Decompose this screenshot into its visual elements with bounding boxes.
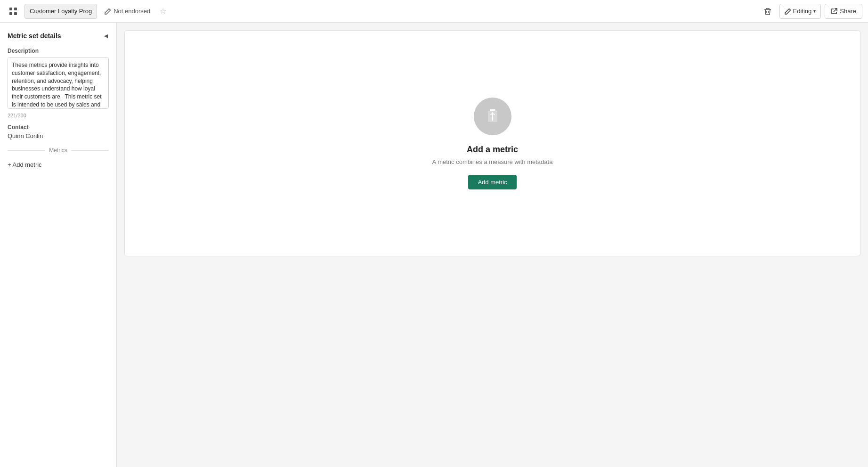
metrics-section-label: Metrics — [45, 147, 71, 154]
metrics-divider: Metrics — [8, 147, 109, 154]
svg-rect-2 — [9, 12, 12, 15]
breadcrumb-label: Customer Loyalty Prog — [30, 8, 92, 15]
add-metric-link-label: + Add metric — [8, 161, 42, 168]
svg-rect-3 — [14, 12, 17, 15]
add-metric-button[interactable]: Add metric — [468, 175, 516, 189]
sidebar: Metric set details ◂ Description 221/300… — [0, 23, 117, 467]
svg-rect-1 — [14, 8, 17, 10]
editing-button[interactable]: Editing ▾ — [779, 4, 821, 19]
not-endorsed-label: Not endorsed — [114, 8, 150, 15]
empty-metric-card: Add a metric A metric combines a measure… — [124, 30, 860, 256]
empty-state-subtitle: A metric combines a measure with metadat… — [432, 158, 553, 165]
chevron-down-icon: ▾ — [813, 8, 816, 14]
editing-label: Editing — [793, 8, 812, 15]
svg-rect-8 — [490, 109, 495, 111]
main-layout: Metric set details ◂ Description 221/300… — [0, 23, 868, 467]
char-count: 221/300 — [8, 113, 109, 118]
star-button[interactable]: ☆ — [158, 5, 168, 17]
metric-placeholder-icon — [474, 98, 511, 135]
add-metric-link-button[interactable]: + Add metric — [8, 159, 42, 170]
empty-state-title: Add a metric — [467, 145, 518, 155]
description-textarea[interactable] — [8, 57, 109, 109]
share-button[interactable]: Share — [825, 4, 862, 19]
not-endorsed-button[interactable]: Not endorsed — [101, 6, 154, 16]
svg-rect-0 — [9, 8, 12, 10]
content-area: Add a metric A metric combines a measure… — [117, 23, 868, 467]
top-header: Customer Loyalty Prog Not endorsed ☆ — [0, 0, 868, 23]
grid-menu-button[interactable] — [6, 4, 21, 19]
sidebar-title: Metric set details — [8, 32, 61, 40]
collapse-sidebar-button[interactable]: ◂ — [103, 30, 109, 41]
header-right: Editing ▾ Share — [760, 4, 862, 19]
delete-button[interactable] — [760, 5, 776, 17]
header-left: Customer Loyalty Prog Not endorsed ☆ — [6, 4, 760, 19]
description-label: Description — [8, 48, 109, 54]
breadcrumb-tab[interactable]: Customer Loyalty Prog — [24, 4, 97, 19]
contact-label: Contact — [8, 124, 109, 131]
svg-line-6 — [834, 8, 837, 12]
sidebar-header: Metric set details ◂ — [8, 30, 109, 41]
contact-value: Quinn Conlin — [8, 132, 109, 139]
share-label: Share — [840, 8, 856, 15]
star-icon: ☆ — [160, 7, 166, 15]
collapse-icon: ◂ — [104, 32, 108, 40]
